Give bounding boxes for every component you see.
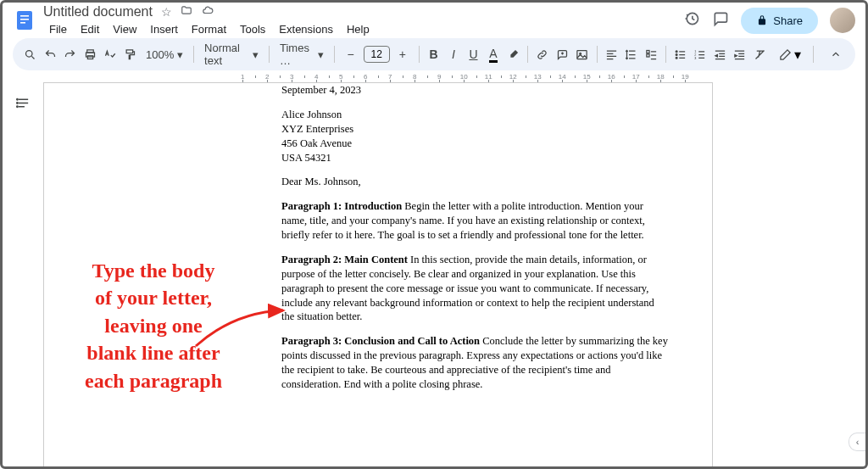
menu-help[interactable]: Help <box>341 21 376 37</box>
increase-indent-icon[interactable] <box>731 43 749 65</box>
chevron-down-icon: ▾ <box>318 48 324 61</box>
lock-icon <box>756 14 768 26</box>
print-icon[interactable] <box>81 43 100 65</box>
star-icon[interactable]: ☆ <box>161 5 172 19</box>
document-title[interactable]: Untitled document <box>43 4 153 20</box>
share-label: Share <box>773 14 803 27</box>
svg-rect-0 <box>17 11 32 30</box>
toolbar: 100%▾ Normal text▾ Times …▾ − 12 + B I U… <box>13 38 855 70</box>
font-decrease-icon[interactable]: − <box>340 43 362 65</box>
font-select[interactable]: Times …▾ <box>275 42 329 67</box>
svg-rect-2 <box>20 19 29 20</box>
decrease-indent-icon[interactable] <box>711 43 730 65</box>
menu-format[interactable]: Format <box>186 21 232 37</box>
svg-rect-10 <box>577 50 587 59</box>
svg-point-16 <box>676 57 677 59</box>
spellcheck-icon[interactable] <box>101 43 120 65</box>
recipient-company: XYZ Enterprises <box>281 122 668 137</box>
menu-extensions[interactable]: Extensions <box>273 21 339 37</box>
insert-image-icon[interactable] <box>573 43 592 65</box>
bold-icon[interactable]: B <box>425 43 443 65</box>
menu-edit[interactable]: Edit <box>75 21 105 37</box>
chevron-down-icon: ▾ <box>177 48 183 61</box>
underline-icon[interactable]: U <box>465 43 483 65</box>
align-icon[interactable] <box>602 43 620 65</box>
menu-tools[interactable]: Tools <box>234 21 271 37</box>
paint-format-icon[interactable] <box>121 43 140 65</box>
link-icon[interactable] <box>533 43 552 65</box>
recipient-citystate: USA 54321 <box>281 151 668 165</box>
svg-rect-12 <box>647 50 649 53</box>
text-color-icon[interactable]: A <box>484 43 503 65</box>
move-icon[interactable] <box>181 4 192 19</box>
collapse-toolbar-icon[interactable] <box>826 42 847 67</box>
ruler[interactable]: 12345678910111213141516171819 <box>43 70 865 82</box>
font-increase-icon[interactable]: + <box>392 43 414 65</box>
svg-point-20 <box>16 99 17 100</box>
numbered-list-icon[interactable]: 123 <box>691 43 709 65</box>
line-spacing-icon[interactable] <box>622 43 641 65</box>
cloud-status-icon[interactable] <box>201 4 214 19</box>
checklist-icon[interactable] <box>642 43 660 65</box>
chevron-down-icon: ▾ <box>794 47 801 63</box>
font-size-input[interactable]: 12 <box>364 46 390 63</box>
svg-rect-9 <box>126 49 133 53</box>
svg-point-5 <box>26 50 33 57</box>
menu-view[interactable]: View <box>107 21 142 37</box>
undo-icon[interactable] <box>42 43 60 65</box>
menu-bar: File Edit View Insert Format Tools Exten… <box>43 21 683 37</box>
editing-mode-select[interactable]: ▾ <box>772 47 808 63</box>
paragraph-3: Paragraph 3: Conclusion and Call to Acti… <box>281 334 668 392</box>
paragraph-1: Paragraph 1: Introduction Begin the lett… <box>281 199 668 243</box>
svg-point-15 <box>676 53 677 55</box>
recipient-street: 456 Oak Avenue <box>281 137 668 151</box>
explore-tab-icon[interactable]: ‹ <box>849 433 865 451</box>
italic-icon[interactable]: I <box>444 43 463 65</box>
search-icon[interactable] <box>21 43 40 65</box>
clear-formatting-icon[interactable] <box>751 43 770 65</box>
docs-logo[interactable] <box>13 8 36 32</box>
date-line: September 4, 2023 <box>281 83 668 98</box>
redo-icon[interactable] <box>61 43 80 65</box>
history-icon[interactable] <box>683 10 700 31</box>
highlight-icon[interactable] <box>504 43 523 65</box>
paragraph-2: Paragraph 2: Main Content In this sectio… <box>281 253 668 324</box>
annotation-arrow-icon <box>192 304 293 355</box>
svg-point-22 <box>16 106 17 107</box>
comment-icon[interactable] <box>712 10 729 31</box>
share-button[interactable]: Share <box>741 8 818 34</box>
svg-rect-13 <box>647 53 649 56</box>
svg-rect-3 <box>20 22 25 24</box>
recipient-name: Alice Johnson <box>281 108 668 122</box>
menu-insert[interactable]: Insert <box>144 21 184 37</box>
menu-file[interactable]: File <box>43 21 73 37</box>
svg-point-21 <box>16 103 17 103</box>
outline-icon[interactable] <box>16 96 31 114</box>
add-comment-icon[interactable] <box>554 43 572 65</box>
bulleted-list-icon[interactable] <box>671 43 690 65</box>
zoom-select[interactable]: 100%▾ <box>141 48 188 61</box>
account-avatar[interactable] <box>830 8 855 33</box>
svg-text:3: 3 <box>695 56 697 59</box>
style-select[interactable]: Normal text▾ <box>199 42 264 67</box>
svg-rect-1 <box>20 15 29 17</box>
svg-point-14 <box>676 50 677 52</box>
salutation: Dear Ms. Johnson, <box>281 175 668 189</box>
chevron-down-icon: ▾ <box>253 48 259 61</box>
